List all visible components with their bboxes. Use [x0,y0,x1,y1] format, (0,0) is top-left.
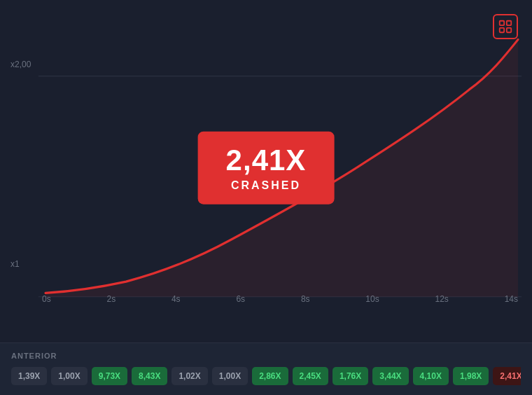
svg-rect-5 [507,28,511,32]
history-row: 1,39X1,00X9,73X8,43X1,02X1,00X2,86X2,45X… [11,366,521,387]
crashed-overlay: 2,41X CRASHED [198,131,335,204]
history-badge-4[interactable]: 1,02X [172,367,207,385]
grid-icon [498,19,513,34]
svg-rect-3 [507,21,511,25]
anterior-label: ANTERIOR [11,352,521,360]
endpoint-icon [493,14,518,39]
history-badge-0[interactable]: 1,39X [11,367,47,385]
history-badge-12[interactable]: 2,41X [493,367,521,385]
bottom-panel: ANTERIOR 1,39X1,00X9,73X8,43X1,02X1,00X2… [0,342,532,395]
history-badge-11[interactable]: 1,98X [453,367,489,385]
crashed-label: CRASHED [226,179,307,191]
chart-container: x2,00 x1 2,41X CRASHED [0,0,532,342]
history-badge-9[interactable]: 3,44X [372,367,408,385]
history-badge-5[interactable]: 1,00X [212,367,248,385]
history-badge-10[interactable]: 4,10X [413,367,449,385]
history-badge-6[interactable]: 2,86X [252,367,288,385]
history-badge-2[interactable]: 9,73X [92,367,127,385]
x1-label: x1 [10,259,20,269]
svg-rect-4 [500,28,504,32]
history-badge-8[interactable]: 1,76X [332,367,368,385]
history-badge-7[interactable]: 2,45X [293,367,328,385]
crash-multiplier: 2,41X [226,144,307,176]
history-badge-1[interactable]: 1,00X [51,367,87,385]
history-badge-3[interactable]: 8,43X [132,367,167,385]
y-axis-label: x2,00 [10,60,31,69]
svg-rect-2 [500,21,504,25]
